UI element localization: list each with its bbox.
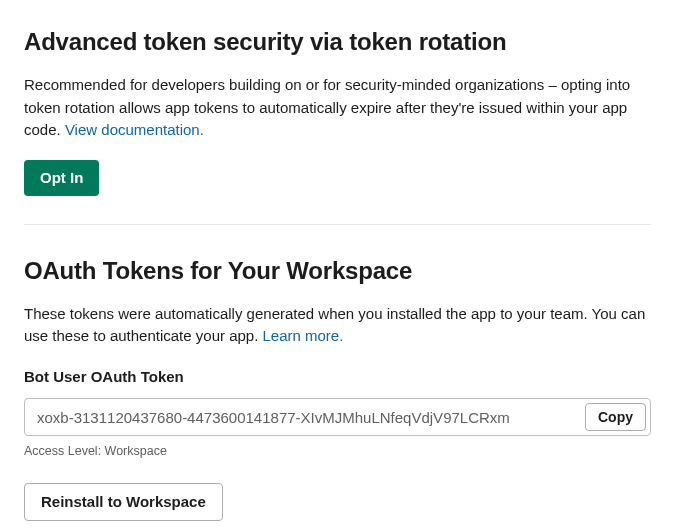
- bot-token-row: Copy: [24, 398, 651, 436]
- learn-more-link[interactable]: Learn more.: [263, 327, 344, 344]
- bot-token-input[interactable]: [37, 409, 585, 426]
- section-divider: [24, 224, 651, 225]
- access-level-text: Access Level: Workspace: [24, 442, 651, 461]
- oauth-tokens-heading: OAuth Tokens for Your Workspace: [24, 253, 651, 289]
- copy-button[interactable]: Copy: [585, 403, 646, 431]
- token-rotation-heading: Advanced token security via token rotati…: [24, 24, 651, 60]
- reinstall-button[interactable]: Reinstall to Workspace: [24, 483, 223, 521]
- bot-token-label: Bot User OAuth Token: [24, 366, 651, 389]
- opt-in-button[interactable]: Opt In: [24, 160, 99, 196]
- token-rotation-section: Advanced token security via token rotati…: [24, 24, 651, 224]
- token-rotation-description: Recommended for developers building on o…: [24, 74, 651, 142]
- view-documentation-link[interactable]: View documentation.: [65, 121, 204, 138]
- oauth-tokens-section: OAuth Tokens for Your Workspace These to…: [24, 253, 651, 529]
- oauth-tokens-description: These tokens were automatically generate…: [24, 303, 651, 348]
